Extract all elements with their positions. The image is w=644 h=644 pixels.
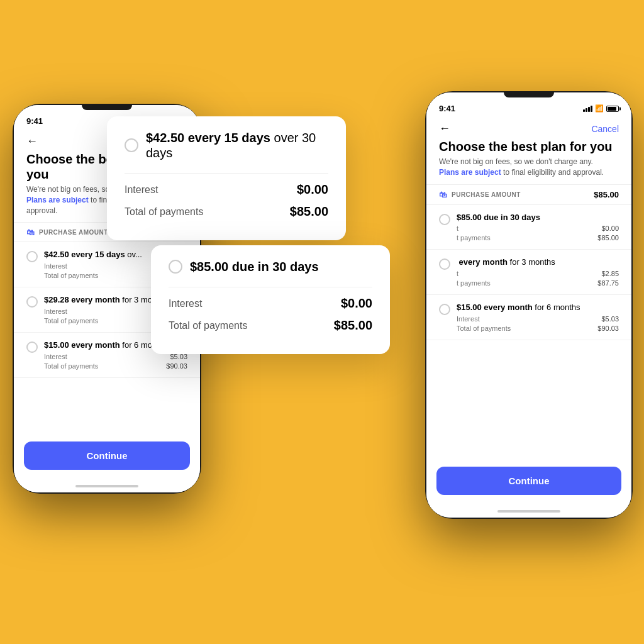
tooltip-top-interest-row: Interest $0.00 — [125, 182, 328, 197]
plan-interest-row-6months-right: Interest $5.03 — [457, 315, 619, 323]
status-bar-right: 9:41 📶 — [426, 97, 631, 116]
tooltip-top-total-row: Total of payments $85.00 — [125, 204, 328, 219]
time-left: 9:41 — [26, 116, 43, 126]
interest-label-6months-right: Interest — [457, 315, 480, 323]
plan-title-3months-right: ​ every month for 3 months — [457, 257, 619, 268]
interest-label-15days-left: Interest — [44, 262, 67, 270]
plan-radio-6months-right[interactable] — [439, 304, 450, 315]
home-indicator-right — [426, 505, 631, 518]
continue-button-right[interactable]: Continue — [436, 467, 621, 495]
back-button-right[interactable]: ← — [439, 122, 450, 135]
subtitle-link-right[interactable]: Plans are subject — [439, 168, 501, 177]
plan-total-row-3months-right: t payments $87.75 — [457, 279, 619, 287]
tooltip-bottom-title: $85.00 due in 30 days — [190, 259, 319, 274]
nav-header-right: ← Cancel — [426, 116, 631, 139]
plan-radio-3months-right[interactable] — [439, 258, 450, 270]
total-label-15days-left: Total of payments — [44, 272, 98, 279]
tooltip-top-title: $42.50 every 15 days over 30 days — [146, 130, 328, 160]
tooltip-bottom-interest-label: Interest — [169, 298, 202, 309]
plan-details-3months-right: ​ every month for 3 months t $2.85 t pay… — [457, 257, 619, 287]
battery-icon-right — [606, 106, 619, 112]
notch — [82, 105, 132, 110]
plan-radio-6months-left[interactable] — [26, 341, 38, 353]
total-value-3months-right: $87.75 — [597, 279, 619, 287]
tooltip-bottom-card: $85.00 due in 30 days Interest $0.00 Tot… — [151, 245, 390, 354]
subtitle-right: We're not big on fees, so we don't charg… — [439, 157, 619, 178]
subtitle-suffix-right: to final eligibility and approval. — [503, 168, 604, 177]
interest-label-30days-right: t — [457, 225, 458, 232]
subtitle-link-left[interactable]: Plans are subject — [26, 196, 89, 204]
purchase-amount-value-right: $85.00 — [594, 190, 619, 199]
interest-value-6months-right: $5.03 — [601, 315, 619, 323]
tooltip-bottom-total-value: $85.00 — [334, 318, 372, 333]
back-button-left[interactable]: ← — [26, 135, 38, 148]
subtitle-text-right: We're not big on fees, so we don't charg… — [439, 157, 593, 166]
status-icons-right: 📶 — [583, 104, 619, 113]
plan-item-3months-right[interactable]: ​ every month for 3 months t $2.85 t pay… — [426, 250, 631, 295]
time-right: 9:41 — [439, 104, 455, 113]
notch-bar — [14, 105, 200, 110]
page-title-right: Choose the best plan for you — [439, 139, 619, 154]
cancel-button-right[interactable]: Cancel — [591, 124, 619, 134]
tooltip-top-divider — [125, 173, 328, 174]
plan-title-6months-right: $15.00 every month for 6 months — [457, 303, 619, 313]
plan-total-row-6months-right: Total of payments $90.03 — [457, 325, 619, 332]
tooltip-bottom-radio[interactable] — [169, 260, 182, 274]
home-indicator-left — [14, 480, 200, 492]
interest-label-3months-right: t — [457, 270, 458, 277]
title-area-right: Choose the best plan for you We're not b… — [426, 139, 631, 184]
tooltip-top-title-bold: $42.50 every 15 days — [146, 131, 270, 145]
tooltip-top-interest-value: $0.00 — [297, 182, 328, 197]
plan-radio-3months-left[interactable] — [26, 296, 38, 308]
total-label-6months-left: Total of payments — [44, 362, 98, 370]
plan-item-30days-right[interactable]: $85.00 due in 30 days t $0.00 t payments… — [426, 205, 631, 250]
plan-item-6months-right[interactable]: $15.00 every month for 6 months Interest… — [426, 295, 631, 340]
screen-right: ← Cancel Choose the best plan for you We… — [426, 116, 631, 505]
notch-right — [504, 92, 554, 97]
tooltip-top-total-value: $85.00 — [290, 204, 328, 219]
tooltip-bottom-total-label: Total of payments — [169, 320, 247, 331]
tooltip-bottom-interest-value: $0.00 — [341, 296, 372, 311]
plan-interest-row-30days-right: t $0.00 — [457, 225, 619, 232]
total-label-3months-right: t payments — [457, 279, 491, 287]
tooltip-top-total-label: Total of payments — [125, 206, 203, 218]
plan-radio-30days-right[interactable] — [439, 214, 450, 225]
signal-icon-right — [583, 106, 592, 112]
purchase-label-right: 🛍 PURCHASE AMOUNT — [439, 190, 521, 199]
plan-interest-row-3months-right: t $2.85 — [457, 270, 619, 277]
interest-label-6months-left: Interest — [44, 353, 67, 360]
home-bar-right — [497, 510, 560, 513]
tooltip-top-header: $42.50 every 15 days over 30 days — [125, 130, 328, 160]
plan-details-6months-right: $15.00 every month for 6 months Interest… — [457, 303, 619, 332]
tooltip-bottom-divider — [169, 287, 372, 287]
plans-list-right: $85.00 due in 30 days t $0.00 t payments… — [426, 205, 631, 459]
bag-icon-left: 🛍 — [26, 228, 35, 236]
plan-details-30days-right: $85.00 due in 30 days t $0.00 t payments… — [457, 213, 619, 242]
plan-total-row-6months-left: Total of payments $90.03 — [44, 362, 187, 370]
plan-radio-15days-left[interactable] — [26, 251, 38, 262]
plan-title-30days-right: $85.00 due in 30 days — [457, 213, 619, 223]
home-bar-left — [75, 485, 138, 487]
interest-value-30days-right: $0.00 — [601, 225, 619, 232]
total-label-6months-right: Total of payments — [457, 325, 511, 332]
total-value-6months-left: $90.03 — [166, 362, 187, 370]
purchase-row-right: 🛍 PURCHASE AMOUNT $85.00 — [426, 184, 631, 205]
tooltip-bottom-total-row: Total of payments $85.00 — [169, 318, 372, 333]
wifi-icon-right: 📶 — [595, 104, 604, 113]
bag-icon-right: 🛍 — [439, 190, 448, 199]
continue-button-left[interactable]: Continue — [24, 441, 190, 470]
tooltip-bottom-header: $85.00 due in 30 days — [169, 259, 372, 274]
tooltip-top-interest-label: Interest — [125, 184, 158, 196]
right-phone: 9:41 📶 ← Cancel Choose the best plan for… — [425, 91, 633, 519]
interest-value-3months-right: $2.85 — [601, 270, 619, 277]
total-value-30days-right: $85.00 — [597, 234, 619, 242]
total-label-3months-left: Total of payments — [44, 317, 98, 325]
tooltip-top-radio[interactable] — [125, 138, 138, 152]
plan-total-row-30days-right: t payments $85.00 — [457, 234, 619, 242]
tooltip-top-card: $42.50 every 15 days over 30 days Intere… — [107, 116, 346, 240]
total-value-6months-right: $90.03 — [597, 325, 619, 332]
purchase-label-left: 🛍 PURCHASE AMOUNT — [26, 228, 108, 236]
tooltip-bottom-title-bold: $85.00 due in 30 days — [190, 260, 319, 274]
tooltip-bottom-interest-row: Interest $0.00 — [169, 296, 372, 311]
notch-bar-right — [426, 92, 631, 97]
